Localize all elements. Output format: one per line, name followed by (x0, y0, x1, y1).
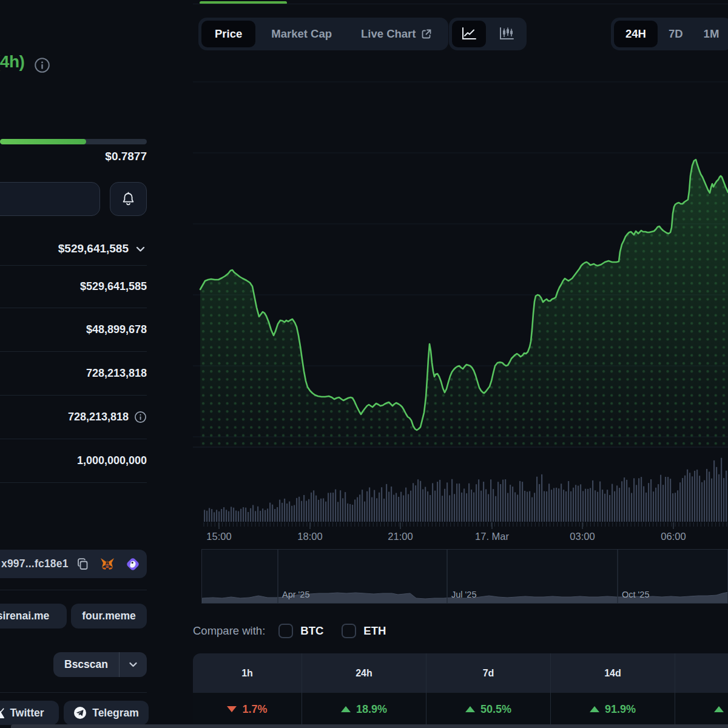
candlestick-toggle[interactable] (490, 21, 524, 47)
stat-value: $529,641,585 (80, 280, 147, 293)
compare-row: Compare with: BTC ETH (193, 622, 386, 639)
tab-price[interactable]: Price (201, 21, 255, 47)
x-axis-label: 21:00 (388, 531, 413, 542)
social-label: Telegram (92, 707, 139, 720)
line-chart-toggle[interactable] (452, 21, 486, 47)
chart-minimap[interactable]: Apr '25Jul '25Oct '25 (201, 549, 728, 604)
change-7d: 50.5% (426, 693, 551, 726)
stat-value: 728,213,818 (86, 367, 147, 380)
range-24h[interactable]: 24H (614, 21, 658, 47)
website-link-fourmeme[interactable]: four.meme (71, 604, 147, 629)
x-axis-label: 18:00 (297, 531, 322, 542)
link-label: sirenai.me (0, 610, 49, 622)
minimap-canvas: Apr '25Jul '25Oct '25 (202, 550, 727, 603)
candlestick-chart-icon (499, 27, 514, 41)
table-header-row: 1h 24h 7d 14d (193, 653, 728, 693)
col-header-7d: 7d (426, 653, 551, 693)
price-chart-canvas[interactable]: 15:0018:0021:0017. Mar03:0006:00 (193, 58, 728, 546)
range-1m[interactable]: 1M (694, 21, 728, 47)
col-header-1h: 1h (193, 653, 302, 693)
triangle-up-icon (465, 706, 475, 712)
price-area-dots (200, 160, 728, 447)
x-axis-label: 17. Mar (475, 531, 509, 542)
explorer-dropdown[interactable]: Bscscan (53, 652, 147, 677)
change-value: 91.9% (605, 703, 636, 716)
change-1h: 1.7% (193, 693, 302, 726)
info-icon[interactable] (34, 57, 50, 73)
divider (0, 590, 147, 590)
contract-address-pill[interactable]: x997...fc18e1 (0, 550, 147, 578)
bell-icon (121, 192, 135, 206)
tab-label: Market Cap (271, 27, 332, 41)
circulating-supply-row: 728,213,818 (0, 352, 147, 394)
social-label: Twitter (10, 707, 44, 720)
price-alert-button[interactable] (110, 182, 147, 216)
volume-bars (204, 458, 727, 522)
btc-label: BTC (300, 624, 323, 638)
col-header-24h: 24h (302, 653, 426, 693)
market-cap-value: $529,641,585 (58, 242, 129, 255)
tab-live-chart[interactable]: Live Chart (348, 21, 445, 47)
total-supply-row: 728,213,818 (0, 396, 147, 438)
line-chart-icon (461, 27, 477, 41)
range-7d[interactable]: 7D (659, 21, 693, 47)
copy-address-button[interactable] (76, 558, 89, 570)
range-label: 7D (669, 27, 683, 41)
tab-label: Live Chart (361, 27, 416, 41)
explorer-label: Bscscan (53, 658, 119, 671)
price-change-title: (4h) (0, 52, 24, 72)
divider (0, 482, 147, 483)
time-range-group: 24H 7D 1M (611, 18, 728, 50)
wallet-icon[interactable] (125, 556, 141, 572)
minimap-label: Jul '25 (451, 590, 476, 599)
telegram-icon (73, 706, 87, 720)
eth-label: ETH (363, 624, 386, 638)
eth-checkbox[interactable] (342, 624, 356, 638)
chart-metric-tabs: Price Market Cap Live Chart (198, 18, 448, 50)
metamask-icon[interactable] (100, 558, 115, 571)
x-axis-ticks: 15:0018:0021:0017. Mar03:0006:00 (204, 522, 727, 542)
triangle-down-icon (227, 706, 237, 712)
x-axis-label: 15:00 (206, 531, 231, 542)
telegram-button[interactable]: Telegram (64, 701, 149, 725)
explorer-chevron-button[interactable] (120, 659, 147, 670)
x-axis-label: 03:00 (570, 531, 595, 542)
website-link-sirenai[interactable]: sirenai.me (0, 604, 67, 629)
range-label: 24H (625, 27, 646, 41)
info-icon[interactable] (134, 411, 147, 423)
market-cap-row[interactable]: $529,641,585 (0, 228, 147, 270)
x-twitter-icon (0, 708, 4, 718)
minimap-label: Apr '25 (282, 590, 310, 599)
change-14d: 91.9% (551, 693, 675, 726)
divider (0, 692, 147, 693)
search-input[interactable] (0, 182, 100, 216)
chevron-down-icon (127, 659, 139, 670)
link-label: four.meme (82, 610, 136, 622)
triangle-up-icon (590, 706, 599, 712)
col-header-partial (675, 653, 728, 693)
compare-label: Compare with: (193, 624, 265, 638)
price-change-table: 1h 24h 7d 14d 1.7% 18.9% 50.5% (193, 653, 728, 726)
tab-market-cap[interactable]: Market Cap (258, 21, 345, 47)
stat-value: 1,000,000,000 (77, 454, 147, 467)
copy-icon (76, 558, 89, 570)
twitter-button[interactable]: Twitter (0, 701, 59, 725)
max-supply-row: 1,000,000,000 (0, 439, 147, 482)
minimap-label: Oct '25 (622, 590, 649, 599)
stat-value: $48,899,678 (86, 323, 147, 336)
range-label: 1M (704, 27, 720, 41)
range-high-price: $0.7877 (0, 150, 147, 163)
btc-checkbox[interactable] (278, 624, 293, 638)
change-24h: 18.9% (302, 693, 426, 726)
triangle-up-icon (341, 706, 351, 712)
stat-value: 728,213,818 (68, 411, 129, 423)
external-link-icon (421, 29, 432, 39)
change-value: 1.7% (242, 703, 267, 716)
change-value: 18.9% (356, 703, 387, 716)
volume-row: $48,899,678 (0, 308, 147, 351)
price-range-progress-fill (0, 139, 86, 144)
tab-label: Price (215, 27, 242, 41)
triangle-up-icon (714, 706, 724, 712)
next-section-edge (11, 724, 728, 728)
divider (193, 4, 728, 4)
